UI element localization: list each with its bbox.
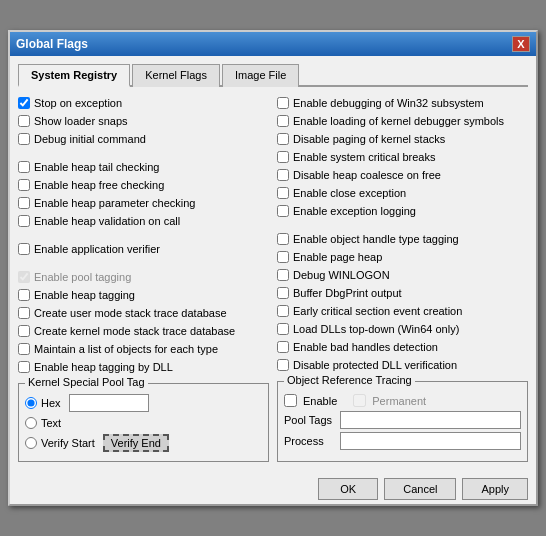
radio-row-text: Text — [25, 415, 262, 431]
radio-row-hex: Hex — [25, 394, 262, 412]
cb-dbgprint[interactable] — [277, 287, 289, 299]
cb-heap-tail[interactable] — [18, 161, 30, 173]
cb-win32-debug[interactable] — [277, 97, 289, 109]
verify-end-button[interactable]: Verify End — [103, 434, 169, 452]
cb-exception-logging[interactable] — [277, 205, 289, 217]
cb-row-load-dlls: Load DLLs top-down (Win64 only) — [277, 321, 528, 337]
cb-dll-verification[interactable] — [277, 359, 289, 371]
cb-early-crit[interactable] — [277, 305, 289, 317]
cb-obj-ref-enable[interactable] — [284, 394, 297, 407]
cb-heap-dll[interactable] — [18, 361, 30, 373]
cb-app-verif-label: Enable application verifier — [34, 243, 160, 255]
radio-text-label: Text — [41, 417, 61, 429]
close-button[interactable]: X — [512, 36, 530, 52]
cancel-button[interactable]: Cancel — [384, 478, 456, 500]
hex-input[interactable] — [69, 394, 149, 412]
cb-row-maintain: Maintain a list of objects for each type — [18, 341, 269, 357]
cb-early-crit-label: Early critical section event creation — [293, 305, 462, 317]
cb-winlogon-label: Debug WINLOGON — [293, 269, 390, 281]
cb-row-heap-tag: Enable heap tagging — [18, 287, 269, 303]
cb-page-heap[interactable] — [277, 251, 289, 263]
cb-obj-ref-permanent — [353, 394, 366, 407]
radio-hex-label: Hex — [41, 397, 61, 409]
obj-ref-title: Object Reference Tracing — [284, 374, 415, 386]
cb-win32-dbg-label: Enable debugging of Win32 subsystem — [293, 97, 484, 109]
cb-kernel-stack-label: Create kernel mode stack trace database — [34, 325, 235, 337]
cb-row-close-exc: Enable close exception — [277, 185, 528, 201]
cb-load-dlls-label: Load DLLs top-down (Win64 only) — [293, 323, 459, 335]
columns-area: Stop on exception Show loader snaps Debu… — [18, 95, 528, 462]
cb-pool-tagging — [18, 271, 30, 283]
cb-heap-tag-label: Enable heap tagging — [34, 289, 135, 301]
cb-row-obj-handle: Enable object handle type tagging — [277, 231, 528, 247]
process-label: Process — [284, 435, 336, 447]
obj-ref-enable-row: Enable Permanent — [284, 394, 521, 407]
cb-row-bad-hdl: Enable bad handles detection — [277, 339, 528, 355]
apply-button[interactable]: Apply — [462, 478, 528, 500]
title-bar: Global Flags X — [10, 32, 536, 56]
process-input[interactable] — [340, 432, 521, 450]
cb-heap-param[interactable] — [18, 197, 30, 209]
cb-debug-initial-command[interactable] — [18, 133, 30, 145]
radio-text[interactable] — [25, 417, 37, 429]
cb-row-kd-syms: Enable loading of kernel debugger symbol… — [277, 113, 528, 129]
radio-verify-start[interactable] — [25, 437, 37, 449]
cb-stop-label: Stop on exception — [34, 97, 122, 109]
cb-row-page-heap: Enable page heap — [277, 249, 528, 265]
cb-row-early-crit: Early critical section event creation — [277, 303, 528, 319]
cb-show-loader-snaps[interactable] — [18, 115, 30, 127]
pool-tags-label: Pool Tags — [284, 414, 336, 426]
process-row: Process — [284, 432, 521, 450]
cb-stop-on-exception[interactable] — [18, 97, 30, 109]
cb-heap-valid[interactable] — [18, 215, 30, 227]
cb-loader-label: Show loader snaps — [34, 115, 128, 127]
cb-page-kern-label: Disable paging of kernel stacks — [293, 133, 445, 145]
cb-obj-handle[interactable] — [277, 233, 289, 245]
cb-row-page-kern: Disable paging of kernel stacks — [277, 131, 528, 147]
tab-system-registry[interactable]: System Registry — [18, 64, 130, 87]
radio-hex[interactable] — [25, 397, 37, 409]
pool-tags-input[interactable] — [340, 411, 521, 429]
cb-exc-log-label: Enable exception logging — [293, 205, 416, 217]
cb-heap-tail-label: Enable heap tail checking — [34, 161, 159, 173]
ok-button[interactable]: OK — [318, 478, 378, 500]
cb-bad-handles[interactable] — [277, 341, 289, 353]
cb-heap-free-label: Enable heap free checking — [34, 179, 164, 191]
kernel-special-pool-title: Kernel Special Pool Tag — [25, 376, 148, 388]
cb-page-kernel[interactable] — [277, 133, 289, 145]
cb-heap-tagging[interactable] — [18, 289, 30, 301]
cb-bad-hdl-label: Enable bad handles detection — [293, 341, 438, 353]
cb-kernel-stack[interactable] — [18, 325, 30, 337]
cb-app-verifier[interactable] — [18, 243, 30, 255]
tab-kernel-flags[interactable]: Kernel Flags — [132, 64, 220, 87]
cb-sys-crit[interactable] — [277, 151, 289, 163]
cb-obj-handle-label: Enable object handle type tagging — [293, 233, 459, 245]
cb-row-winlogon: Debug WINLOGON — [277, 267, 528, 283]
cb-user-stack[interactable] — [18, 307, 30, 319]
cb-row-stop: Stop on exception — [18, 95, 269, 111]
cb-heap-dll-label: Enable heap tagging by DLL — [34, 361, 173, 373]
cb-close-exception[interactable] — [277, 187, 289, 199]
window-title: Global Flags — [16, 37, 88, 51]
cb-dbgprint-label: Buffer DbgPrint output — [293, 287, 402, 299]
global-flags-window: Global Flags X System Registry Kernel Fl… — [8, 30, 538, 506]
radio-verify-start-label: Verify Start — [41, 437, 95, 449]
cb-user-stack-label: Create user mode stack trace database — [34, 307, 227, 319]
tab-image-file[interactable]: Image File — [222, 64, 299, 87]
cb-winlogon[interactable] — [277, 269, 289, 281]
cb-row-heap-tail: Enable heap tail checking — [18, 159, 269, 175]
cb-maintain-objects[interactable] — [18, 343, 30, 355]
cb-maintain-label: Maintain a list of objects for each type — [34, 343, 218, 355]
cb-row-dbgprint: Buffer DbgPrint output — [277, 285, 528, 301]
cb-load-dlls[interactable] — [277, 323, 289, 335]
radio-row-verify: Verify Start Verify End — [25, 434, 262, 452]
left-column: Stop on exception Show loader snaps Debu… — [18, 95, 269, 462]
cb-heap-free[interactable] — [18, 179, 30, 191]
cb-kd-syms[interactable] — [277, 115, 289, 127]
right-column: Enable debugging of Win32 subsystem Enab… — [277, 95, 528, 462]
pool-tags-row: Pool Tags — [284, 411, 521, 429]
cb-row-win32-dbg: Enable debugging of Win32 subsystem — [277, 95, 528, 111]
cb-coalesce[interactable] — [277, 169, 289, 181]
cb-row-dll-verif: Disable protected DLL verification — [277, 357, 528, 373]
cb-coalesce-label: Disable heap coalesce on free — [293, 169, 441, 181]
